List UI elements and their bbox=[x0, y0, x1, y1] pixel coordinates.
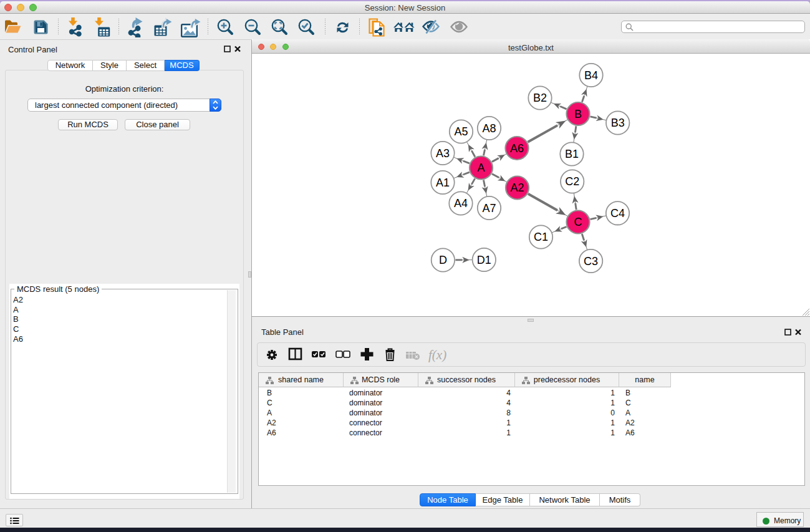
svg-text:B1: B1 bbox=[565, 148, 579, 160]
svg-text:A8: A8 bbox=[482, 122, 496, 135]
svg-text:C3: C3 bbox=[584, 255, 598, 268]
svg-text:f(x): f(x) bbox=[428, 347, 446, 362]
svg-text:B3: B3 bbox=[611, 117, 625, 129]
svg-text:C4: C4 bbox=[610, 207, 625, 220]
svg-text:A5: A5 bbox=[454, 125, 468, 138]
svg-text:C1: C1 bbox=[534, 231, 548, 243]
svg-text:D1: D1 bbox=[477, 254, 491, 266]
svg-text:B2: B2 bbox=[533, 92, 547, 104]
svg-text:A7: A7 bbox=[482, 202, 496, 215]
svg-text:B: B bbox=[574, 108, 582, 120]
svg-text:A3: A3 bbox=[436, 147, 450, 160]
svg-text:A2: A2 bbox=[510, 181, 524, 194]
svg-text:A4: A4 bbox=[454, 197, 468, 210]
svg-text:B4: B4 bbox=[584, 69, 598, 82]
svg-text:D: D bbox=[439, 254, 447, 266]
svg-text:C2: C2 bbox=[565, 175, 579, 188]
svg-text:A: A bbox=[477, 162, 485, 174]
svg-text:A6: A6 bbox=[510, 142, 524, 155]
svg-text:A1: A1 bbox=[436, 177, 450, 189]
svg-text:C: C bbox=[574, 216, 582, 228]
